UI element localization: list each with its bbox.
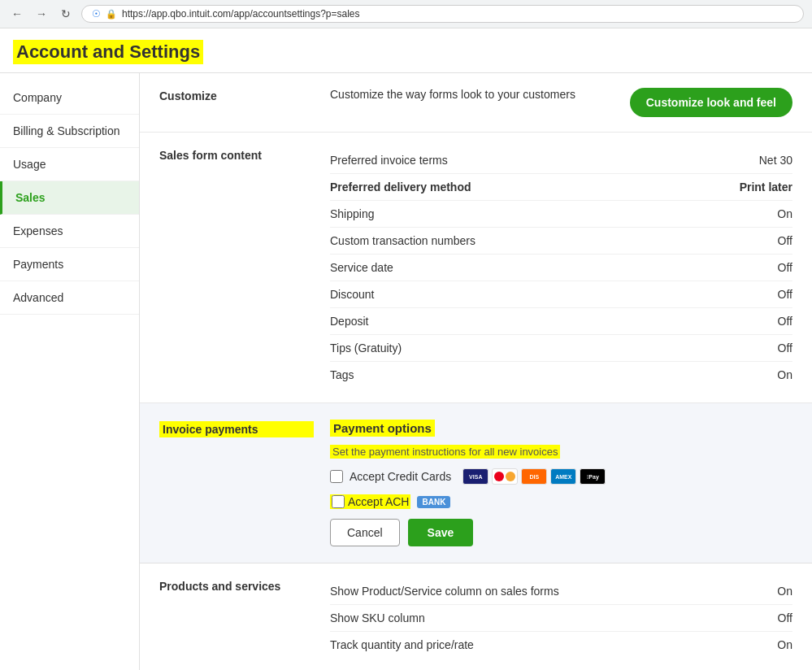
product-service-column-value: On <box>777 585 792 598</box>
customize-description: Customize the way forms look to your cus… <box>330 88 597 101</box>
sidebar-item-usage[interactable]: Usage <box>0 148 139 181</box>
main-layout: Company Billing & Subscription Usage Sal… <box>0 73 812 670</box>
delivery-method-value: Print later <box>740 181 792 194</box>
ach-bank-badge: BANK <box>417 496 450 508</box>
payment-instruction-text: Set the payment instructions for all new… <box>330 445 560 459</box>
customize-action: Customize look and feel <box>614 88 792 117</box>
custom-transaction-row: Custom transaction numbers Off <box>330 228 792 255</box>
shipping-label: Shipping <box>330 207 375 220</box>
deposit-row: Deposit Off <box>330 308 792 335</box>
url-text: https://app.qbo.intuit.com/app/accountse… <box>122 8 360 20</box>
sidebar: Company Billing & Subscription Usage Sal… <box>0 73 140 670</box>
shield-icon: ☉ <box>92 8 101 20</box>
save-button[interactable]: Save <box>408 519 474 546</box>
customize-look-feel-button[interactable]: Customize look and feel <box>630 88 792 117</box>
accept-ach-label[interactable]: Accept ACH <box>348 495 409 508</box>
products-services-body: Show Product/Service column on sales for… <box>330 578 792 658</box>
tips-row: Tips (Gratuity) Off <box>330 335 792 362</box>
main-content: Customize Customize the way forms look t… <box>140 73 812 670</box>
delivery-method-row: Preferred delivery method Print later <box>330 174 792 201</box>
invoice-payments-body: Payment options Set the payment instruct… <box>330 420 792 546</box>
sidebar-item-billing[interactable]: Billing & Subscription <box>0 115 139 148</box>
sku-column-label: Show SKU column <box>330 611 425 624</box>
sku-column-value: Off <box>778 611 792 624</box>
invoice-payments-inner: Invoice payments Payment options Set the… <box>159 420 792 546</box>
track-quantity-label: Track quantity and price/rate <box>330 638 474 651</box>
sidebar-item-sales[interactable]: Sales <box>0 181 139 215</box>
discount-row: Discount Off <box>330 281 792 308</box>
tips-value: Off <box>778 342 792 355</box>
sidebar-item-payments[interactable]: Payments <box>0 248 139 281</box>
invoice-payments-label-wrap: Invoice payments <box>159 420 314 546</box>
accept-ach-checkbox[interactable] <box>332 495 345 508</box>
service-date-value: Off <box>778 261 792 274</box>
mastercard-icon <box>492 468 518 485</box>
sales-form-content-label: Sales form content <box>159 147 314 162</box>
shipping-value: On <box>777 207 792 220</box>
visa-icon: VISA <box>462 468 489 485</box>
sku-column-row: Show SKU column Off <box>330 605 792 632</box>
reload-button[interactable]: ↻ <box>57 5 75 23</box>
tips-label: Tips (Gratuity) <box>330 342 402 355</box>
url-bar[interactable]: ☉ 🔒 https://app.qbo.intuit.com/app/accou… <box>81 5 804 23</box>
cancel-button[interactable]: Cancel <box>330 519 400 546</box>
invoice-terms-row: Preferred invoice terms Net 30 <box>330 147 792 174</box>
tags-value: On <box>777 368 792 381</box>
service-date-label: Service date <box>330 261 393 274</box>
apple-pay-icon: Pay <box>580 468 606 485</box>
sales-form-content-body: Preferred invoice terms Net 30 Preferred… <box>330 147 792 388</box>
card-icons: VISA DIS AMEX Pay <box>462 468 606 485</box>
customize-section: Customize Customize the way forms look t… <box>140 73 812 133</box>
back-button[interactable]: ← <box>8 5 26 23</box>
browser-chrome: ← → ↻ ☉ 🔒 https://app.qbo.intuit.com/app… <box>0 0 812 28</box>
products-services-section: Products and services Show Product/Servi… <box>140 563 812 670</box>
track-quantity-value: On <box>777 638 792 651</box>
invoice-payments-label: Invoice payments <box>159 421 314 437</box>
shipping-row: Shipping On <box>330 201 792 228</box>
products-services-label: Products and services <box>159 578 314 658</box>
product-service-column-label: Show Product/Service column on sales for… <box>330 585 559 598</box>
accept-credit-cards-checkbox[interactable] <box>330 470 343 483</box>
payment-options-title-wrap: Payment options <box>330 420 792 445</box>
sidebar-item-company[interactable]: Company <box>0 81 139 115</box>
accept-ach-row: Accept ACH BANK <box>330 494 792 509</box>
service-date-row: Service date Off <box>330 255 792 281</box>
invoice-terms-value: Net 30 <box>759 154 792 167</box>
accept-credit-cards-label[interactable]: Accept Credit Cards <box>350 470 451 483</box>
discount-value: Off <box>778 288 792 301</box>
discount-label: Discount <box>330 288 374 301</box>
payment-instruction-wrap: Set the payment instructions for all new… <box>330 445 792 468</box>
custom-transaction-value: Off <box>778 234 792 247</box>
lock-icon: 🔒 <box>106 9 117 20</box>
deposit-label: Deposit <box>330 315 368 328</box>
amex-icon: AMEX <box>550 468 576 485</box>
deposit-value: Off <box>778 315 792 328</box>
sales-form-content-section: Sales form content Preferred invoice ter… <box>140 133 812 403</box>
accept-credit-cards-row: Accept Credit Cards VISA DIS A <box>330 468 792 485</box>
tags-row: Tags On <box>330 362 792 388</box>
page-header: Account and Settings <box>0 28 812 73</box>
custom-transaction-label: Custom transaction numbers <box>330 234 475 247</box>
payment-options-title: Payment options <box>330 420 435 437</box>
sidebar-item-advanced[interactable]: Advanced <box>0 281 139 315</box>
invoice-payments-section: Invoice payments Payment options Set the… <box>140 403 812 563</box>
product-service-column-row: Show Product/Service column on sales for… <box>330 578 792 605</box>
customize-label: Customize <box>159 88 314 102</box>
page-title: Account and Settings <box>13 40 203 64</box>
invoice-terms-label: Preferred invoice terms <box>330 154 448 167</box>
tags-label: Tags <box>330 368 354 381</box>
track-quantity-row: Track quantity and price/rate On <box>330 632 792 658</box>
sidebar-item-expenses[interactable]: Expenses <box>0 215 139 248</box>
forward-button[interactable]: → <box>33 5 50 23</box>
delivery-method-label: Preferred delivery method <box>330 181 471 194</box>
discover-icon: DIS <box>521 468 547 485</box>
action-buttons: Cancel Save <box>330 519 792 546</box>
